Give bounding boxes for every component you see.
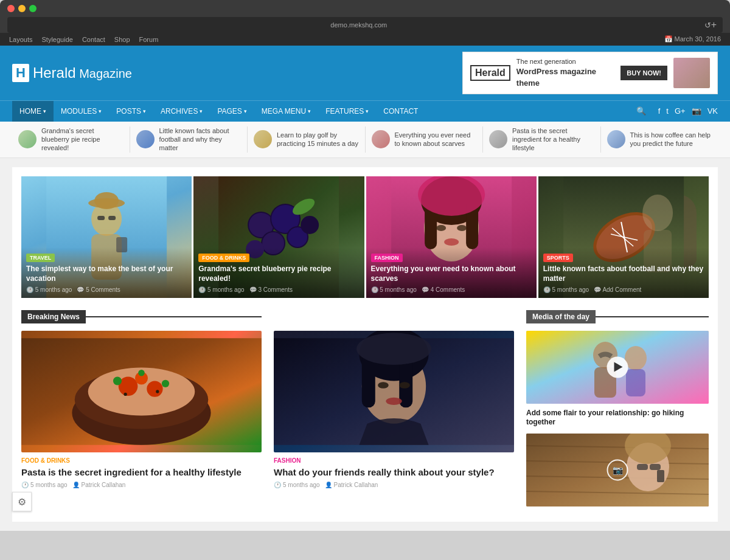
nav-modules[interactable]: MODULES ▾	[54, 101, 109, 122]
featured-item-2[interactable]: FOOD & DRINKS Grandma's secret blueberry…	[193, 176, 364, 298]
featured-meta-2: 🕐 5 months ago 💬 3 Comments	[198, 286, 359, 293]
svg-point-26	[436, 225, 446, 231]
ad-banner[interactable]: Herald The next generation WordPress mag…	[462, 52, 718, 94]
topbar-forum[interactable]: Forum	[139, 36, 159, 43]
nav-features[interactable]: FEATURES ▾	[318, 101, 376, 122]
svg-rect-6	[108, 216, 116, 220]
featured-item-1[interactable]: TRAVEL The simplest way to make the best…	[21, 176, 192, 298]
nav-contact[interactable]: CONTACT	[376, 101, 425, 122]
svg-point-57	[399, 382, 410, 389]
svg-point-18	[301, 216, 319, 234]
news-time-1: 🕐 5 months ago	[21, 482, 68, 488]
topbar-nav: Layouts Styleguide Contact Shop Forum	[9, 36, 158, 43]
ticker-text-1: Grandma's secret blueberry pie recipe re…	[41, 126, 123, 153]
ticker-item-4[interactable]: Everything you ever need to known about …	[366, 126, 484, 153]
camera-button[interactable]: 📷	[607, 459, 628, 480]
featured-title-2: Grandma's secret blueberry pie recipe re…	[198, 264, 359, 283]
browser-chrome: demo.mekshq.com ↺ +	[0, 0, 730, 33]
svg-point-49	[156, 390, 159, 393]
svg-point-58	[386, 397, 401, 404]
ad-buy-button[interactable]: BUY NOW!	[620, 66, 667, 80]
ticker-avatar-5	[489, 130, 507, 148]
news-author-1: 👤 Patrick Callahan	[72, 482, 126, 488]
logo-h-box: H	[12, 64, 29, 82]
ticker-item-6[interactable]: This is how coffee can help you predict …	[601, 126, 718, 153]
svg-point-46	[162, 379, 169, 387]
site-logo[interactable]: H Herald Magazine	[12, 64, 132, 82]
googleplus-icon[interactable]: G+	[675, 106, 686, 116]
nav-archives[interactable]: ARCHIVES ▾	[153, 101, 210, 122]
new-tab-button[interactable]: +	[711, 19, 717, 30]
svg-point-43	[147, 381, 162, 396]
refresh-icon[interactable]: ↺	[704, 21, 711, 30]
ticker-avatar-6	[607, 130, 625, 148]
news-ticker: Grandma's secret blueberry pie recipe re…	[0, 122, 730, 158]
featured-overlay-4: SPORTS Little known facts about football…	[538, 247, 709, 297]
news-time-2: 🕐 5 months ago	[274, 482, 320, 488]
topbar-date: 📅 March 30, 2016	[664, 35, 721, 43]
play-button[interactable]	[607, 356, 628, 378]
close-button[interactable]	[7, 5, 15, 12]
sections-row: Breaking News	[21, 310, 709, 513]
main-navbar: HOME ▾ MODULES ▾ POSTS ▾ ARCHIVES ▾ PAGE…	[0, 100, 730, 122]
svg-rect-73	[657, 470, 664, 482]
media-image-1	[526, 331, 709, 404]
media-item-1[interactable]: Add some flair to your relationship: go …	[526, 331, 709, 427]
ticker-item-3[interactable]: Learn to play golf by practicing 15 minu…	[248, 126, 366, 153]
facebook-icon[interactable]: f	[658, 106, 661, 116]
featured-item-3[interactable]: FASHION Everything you ever need to know…	[366, 176, 537, 298]
featured-title-3: Everything you ever need to known about …	[371, 264, 532, 283]
svg-rect-63	[626, 369, 645, 396]
news-title-2[interactable]: What do your friends really think about …	[274, 466, 514, 479]
site-header: H Herald Magazine Herald The next genera…	[0, 46, 730, 100]
twitter-icon[interactable]: t	[666, 106, 669, 116]
nav-posts[interactable]: POSTS ▾	[109, 101, 153, 122]
news-meta-1: 🕐 5 months ago 👤 Patrick Callahan	[21, 482, 262, 488]
instagram-icon[interactable]: 📷	[692, 106, 701, 116]
featured-overlay-2: FOOD & DRINKS Grandma's secret blueberry…	[193, 247, 364, 297]
featured-title-4: Little known facts about football and wh…	[543, 264, 704, 283]
topbar-layouts[interactable]: Layouts	[9, 36, 33, 43]
nav-home[interactable]: HOME ▾	[12, 101, 54, 122]
minimize-button[interactable]	[18, 5, 26, 12]
news-image-1[interactable]	[21, 331, 262, 452]
nav-pages[interactable]: PAGES ▾	[210, 101, 254, 122]
ticker-text-4: Everything you ever need to known about …	[395, 131, 477, 148]
breaking-news-section: Breaking News	[21, 310, 262, 513]
featured-tag-2: FOOD & DRINKS	[198, 254, 249, 262]
ticker-item-2[interactable]: Little known facts about football and wh…	[130, 126, 248, 153]
featured-tag-1: TRAVEL	[26, 254, 55, 262]
ad-image	[673, 58, 710, 88]
topbar-shop[interactable]: Shop	[114, 36, 130, 43]
news-tag-2: FASHION	[274, 457, 514, 464]
address-bar[interactable]: demo.mekshq.com ↺ +	[7, 17, 723, 33]
svg-point-55	[356, 333, 431, 365]
ticker-item-1[interactable]: Grandma's secret blueberry pie recipe re…	[12, 126, 130, 153]
browser-buttons	[7, 5, 723, 12]
svg-point-45	[113, 376, 122, 385]
ticker-text-2: Little known facts about football and wh…	[159, 126, 242, 153]
news-title-1[interactable]: Pasta is the secret ingredient for a hea…	[21, 466, 262, 479]
calendar-icon: 📅	[664, 35, 673, 43]
featured-title-1: The simplest way to make the best of you…	[26, 264, 187, 283]
gear-icon: ⚙	[18, 496, 26, 508]
breaking-news-item-2-wrapper: Breaking News	[274, 310, 514, 513]
search-icon[interactable]: 🔍	[636, 106, 646, 116]
featured-item-4[interactable]: SPORTS Little known facts about football…	[538, 176, 709, 298]
news-meta-2: 🕐 5 months ago 👤 Patrick Callahan	[274, 482, 514, 488]
media-item-2[interactable]: 📷	[526, 434, 709, 506]
news-tag-1: FOOD & DRINKS	[21, 457, 262, 464]
news-image-2[interactable]	[274, 331, 514, 452]
ticker-text-6: This is how coffee can help you predict …	[630, 131, 712, 148]
featured-overlay-1: TRAVEL The simplest way to make the best…	[21, 247, 192, 297]
ad-text: The next generation WordPress magazine t…	[516, 57, 615, 89]
ad-logo: Herald	[470, 65, 510, 81]
topbar-contact[interactable]: Contact	[82, 36, 105, 43]
settings-gear-button[interactable]: ⚙	[12, 492, 32, 511]
topbar-styleguide[interactable]: Styleguide	[42, 36, 73, 43]
breaking-news-header: Breaking News	[21, 310, 262, 323]
ticker-item-5[interactable]: Pasta is the secret ingredient for a hea…	[483, 126, 601, 153]
vk-icon[interactable]: VK	[707, 106, 718, 116]
nav-mega-menu[interactable]: MEGA MENU ▾	[254, 101, 318, 122]
maximize-button[interactable]	[29, 5, 36, 12]
